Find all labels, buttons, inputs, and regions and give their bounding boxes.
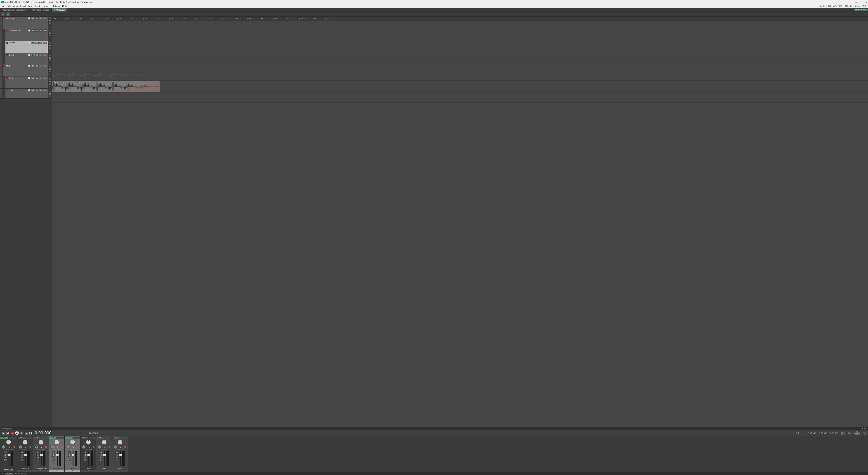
- track-panel[interactable]: ▾1Vocal FXFX☐⤨trim: [0, 17, 48, 29]
- record-arm-button[interactable]: [6, 42, 8, 44]
- transport-record[interactable]: ●: [10, 432, 14, 435]
- fx-bypass-button[interactable]: ☐: [35, 41, 39, 44]
- rec-arm-led[interactable]: [124, 446, 126, 448]
- width-knob[interactable]: [66, 445, 70, 449]
- record-arm-button[interactable]: [3, 65, 5, 67]
- mixer-strip[interactable]: FX⌀0.00 · -infMSI/ORouteintro6: [96, 436, 112, 472]
- strip-io[interactable]: I/O: [68, 456, 71, 458]
- pan-knob[interactable]: [38, 440, 43, 445]
- minimize-button[interactable]: —: [855, 1, 858, 3]
- width-knob[interactable]: [19, 445, 22, 449]
- lane-rec-icon[interactable]: [49, 17, 51, 19]
- fader[interactable]: [41, 451, 42, 467]
- strip-send-slot[interactable]: [120, 437, 127, 439]
- mixer-strip[interactable]: FX⌀0.00 · -infMSI/ORouteVocal volume2: [33, 436, 49, 472]
- trim-button[interactable]: trim: [43, 77, 47, 79]
- project-tab[interactable]: ✕ [Unsaved]: [52, 8, 68, 11]
- lane-rec-icon[interactable]: [49, 78, 51, 80]
- lane-rec-icon[interactable]: [49, 90, 51, 92]
- io-button[interactable]: ⤨: [39, 29, 42, 32]
- mixer-strip[interactable]: FX⌀0.00 · -infMSI/ORouteRoman3: [49, 436, 65, 472]
- folder-handle[interactable]: 6: [0, 77, 3, 88]
- width-knob[interactable]: [51, 445, 54, 449]
- solo-button[interactable]: S: [49, 70, 52, 72]
- record-arm-button[interactable]: [6, 89, 8, 91]
- automation-mode[interactable]: ⟲GLOBALmono: [854, 431, 860, 436]
- rec-arm-led[interactable]: [29, 446, 31, 448]
- docker-tab[interactable]: Mixer: [5, 473, 13, 475]
- arrange-zoom-controls[interactable]: ◀ ▶ ✕: [862, 427, 867, 429]
- record-arm-button[interactable]: [6, 77, 8, 79]
- fx-button[interactable]: FX: [31, 89, 35, 91]
- fader[interactable]: [88, 451, 89, 467]
- fx-button[interactable]: FX: [31, 65, 35, 67]
- mute-button[interactable]: M: [49, 32, 52, 34]
- volume-knob[interactable]: [28, 54, 30, 56]
- strip-send-slot[interactable]: [8, 437, 17, 439]
- fx-button[interactable]: FX: [31, 77, 35, 79]
- strip-send-slot[interactable]: [25, 437, 33, 439]
- io-button[interactable]: ⤨: [39, 77, 42, 79]
- strip-solo[interactable]: S: [100, 454, 103, 456]
- solo-button[interactable]: S: [49, 47, 52, 49]
- master-strip[interactable]: FX⌀0.00dB · -infMSI/ORouteMASTER: [0, 436, 17, 472]
- track-name[interactable]: Vocal FX: [6, 17, 27, 20]
- menu-file[interactable]: File: [1, 5, 4, 7]
- solo-button[interactable]: S: [49, 34, 52, 37]
- folder-handle[interactable]: ▾1: [0, 17, 3, 29]
- phase-icon[interactable]: ⌀: [104, 446, 105, 448]
- mixer-strip[interactable]: FX⌀0.00 · -infMSI/ORouteoutro7: [112, 436, 128, 472]
- transport-go-start[interactable]: |◀: [1, 432, 5, 435]
- strip-solo[interactable]: S: [52, 454, 55, 456]
- strip-fx-button[interactable]: FX: [18, 437, 25, 439]
- arrange-lane[interactable]: come-and-find-me-processed.mp3: [52, 81, 868, 93]
- record-arm-button[interactable]: [6, 54, 8, 56]
- strip-solo[interactable]: S: [116, 454, 119, 456]
- rec-arm-led[interactable]: [108, 446, 110, 448]
- transport-play[interactable]: ▶: [15, 431, 19, 435]
- pan-knob[interactable]: [70, 440, 75, 445]
- strip-fx-button[interactable]: FX: [33, 437, 41, 439]
- strip-mute[interactable]: M: [116, 451, 119, 453]
- transport-time[interactable]: 0:00.000: [35, 431, 52, 436]
- folder-handle[interactable]: 7: [0, 89, 3, 98]
- rec-arm-led[interactable]: [61, 446, 63, 448]
- strip-name-label[interactable]: outro: [118, 468, 122, 470]
- strip-route[interactable]: Route: [21, 459, 24, 461]
- strip-io[interactable]: I/O: [52, 456, 55, 458]
- arrange-lane[interactable]: [52, 33, 868, 45]
- mute-button[interactable]: M: [49, 93, 52, 95]
- pan-knob[interactable]: [102, 440, 107, 445]
- strip-io[interactable]: I/O: [36, 456, 39, 458]
- strip-name-label[interactable]: MASTER: [4, 469, 13, 471]
- fader[interactable]: [72, 451, 73, 467]
- strip-send-slot[interactable]: [57, 437, 64, 439]
- io-button[interactable]: ⤨: [39, 54, 42, 56]
- pan-knob[interactable]: [6, 440, 11, 445]
- arrange-lane[interactable]: [52, 45, 868, 57]
- track-name[interactable]: Music: [6, 65, 27, 67]
- bpm-cell[interactable]: BPM128: [841, 432, 845, 435]
- volume-knob[interactable]: [28, 77, 30, 79]
- strip-name-label[interactable]: Vocal FX: [21, 468, 29, 470]
- arrange-view[interactable]: 0:00.0000:04.0000:08.0000:12.0000:16.000…: [52, 17, 868, 427]
- rec-arm-led[interactable]: [13, 446, 15, 448]
- lane-rec-icon[interactable]: [49, 42, 51, 44]
- track-panel[interactable]: 6introFX☐⤨trim: [0, 77, 48, 89]
- fader[interactable]: [104, 451, 105, 467]
- strip-solo[interactable]: S: [36, 454, 39, 456]
- strip-io[interactable]: I/O: [100, 456, 103, 458]
- width-knob[interactable]: [2, 445, 5, 449]
- menu-insert[interactable]: Insert: [20, 5, 26, 7]
- mute-button[interactable]: M: [49, 44, 52, 47]
- docker-tab[interactable]: Routing Matrix: [13, 473, 29, 475]
- pan-knob[interactable]: [86, 440, 91, 445]
- transport-go-end[interactable]: ▶|: [6, 432, 9, 435]
- track-panel[interactable]: 4GuestFX☐⤨trim: [0, 53, 48, 64]
- fx-bypass-button[interactable]: ☐: [35, 89, 39, 91]
- volume-knob[interactable]: [28, 89, 30, 91]
- selection-end[interactable]: 0:00.000: [819, 432, 827, 434]
- strip-send-slot[interactable]: [104, 437, 112, 439]
- folder-handle[interactable]: 4: [0, 53, 3, 64]
- menu-track[interactable]: Track: [35, 5, 40, 7]
